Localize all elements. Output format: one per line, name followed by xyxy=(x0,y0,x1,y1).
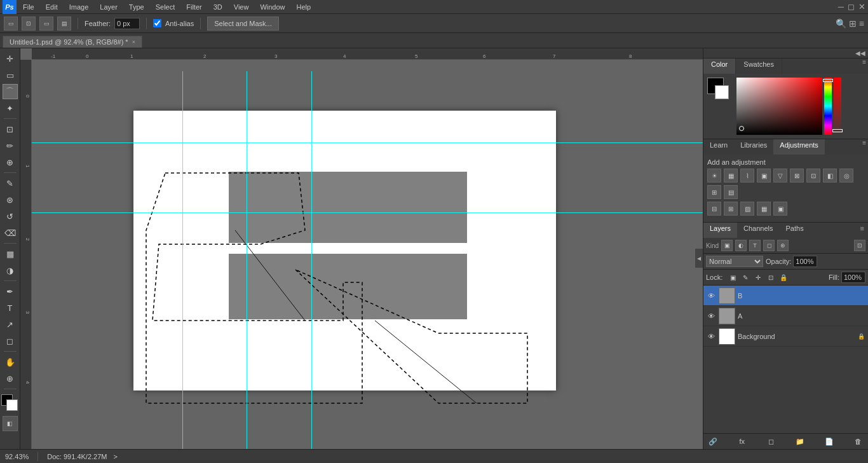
menu-filter[interactable]: Filter xyxy=(181,2,207,12)
layer-item-a[interactable]: 👁 A xyxy=(703,306,868,326)
tab-learn[interactable]: Learn xyxy=(703,139,734,155)
background-color[interactable] xyxy=(6,399,18,411)
minimize-btn[interactable]: ─ xyxy=(838,2,844,11)
hand-tool[interactable]: ✋ xyxy=(3,354,18,370)
tab-channels[interactable]: Channels xyxy=(737,223,779,238)
vibrance-adj-icon[interactable]: ▽ xyxy=(773,169,787,183)
type-tool[interactable]: T xyxy=(3,300,18,315)
layers-filter-toggle[interactable]: ⊡ xyxy=(854,240,865,251)
eyedropper-tool[interactable]: ✏ xyxy=(3,138,18,153)
marquee-tool-btn4[interactable]: ▤ xyxy=(57,17,71,31)
tab-paths[interactable]: Paths xyxy=(780,223,810,238)
menu-view[interactable]: View xyxy=(229,2,254,12)
color-spectrum[interactable] xyxy=(736,78,822,135)
workspace-icon[interactable]: ⊞ xyxy=(849,18,857,29)
color-panel-options[interactable]: ≡ xyxy=(860,59,868,74)
gradient-tool[interactable]: ▦ xyxy=(3,246,18,261)
select-mask-btn[interactable]: Select and Mask... xyxy=(207,17,279,31)
close-btn[interactable]: ✕ xyxy=(858,2,865,11)
tab-close-btn[interactable]: × xyxy=(132,39,135,45)
tab-adjustments[interactable]: Adjustments xyxy=(773,139,825,155)
menu-window[interactable]: Window xyxy=(255,2,290,12)
layer-mask-btn[interactable]: ◻ xyxy=(766,436,777,447)
bw-adj-icon[interactable]: ◧ xyxy=(823,169,837,183)
antialias-checkbox[interactable] xyxy=(153,19,161,27)
quick-mask-btn[interactable]: ◧ xyxy=(3,416,18,431)
invert-adj-icon[interactable]: ⊟ xyxy=(707,202,721,216)
new-layer-btn[interactable]: 📄 xyxy=(824,436,835,447)
layers-panel-options[interactable]: ≡ xyxy=(857,223,868,238)
crop-tool[interactable]: ⊡ xyxy=(3,121,18,137)
brush-tool[interactable]: ✎ xyxy=(3,176,18,191)
dodge-tool[interactable]: ◑ xyxy=(3,263,18,278)
lock-position-btn[interactable]: ✛ xyxy=(753,272,763,282)
new-group-btn[interactable]: 📁 xyxy=(794,436,806,447)
fg-bg-selector[interactable] xyxy=(707,78,733,103)
lock-all-btn[interactable]: 🔒 xyxy=(778,272,789,282)
menu-type[interactable]: Type xyxy=(124,2,149,12)
tab-layers[interactable]: Layers xyxy=(703,223,737,238)
shape-tool[interactable]: ◻ xyxy=(3,333,18,349)
pen-tool[interactable]: ✒ xyxy=(3,284,18,299)
lock-transparent-btn[interactable]: ▣ xyxy=(728,272,738,282)
curves-adj-icon[interactable]: ⌇ xyxy=(740,169,754,183)
arrange-icon[interactable]: ≡ xyxy=(859,18,864,29)
hue-slider[interactable] xyxy=(824,78,832,135)
path-select-tool[interactable]: ↗ xyxy=(3,317,18,332)
blend-mode-select[interactable]: Normal Multiply Screen xyxy=(706,256,763,267)
filter-smart-btn[interactable]: ⊛ xyxy=(777,240,789,251)
document-tab[interactable]: Untitled-1.psd @ 92.4% (B, RGB/8#) * × xyxy=(3,36,142,48)
channel-mixer-adj-icon[interactable]: ⊞ xyxy=(707,185,721,199)
selective-color-adj-icon[interactable]: ▣ xyxy=(773,202,787,216)
eraser-tool[interactable]: ⌫ xyxy=(3,225,18,240)
filter-type-btn[interactable]: T xyxy=(749,240,761,251)
marquee-tool-btn2[interactable]: ⊡ xyxy=(22,17,36,31)
tab-swatches[interactable]: Swatches xyxy=(736,59,782,74)
menu-edit[interactable]: Edit xyxy=(41,2,63,12)
delete-layer-btn[interactable]: 🗑 xyxy=(853,436,864,447)
menu-help[interactable]: Help xyxy=(292,2,316,12)
menu-select[interactable]: Select xyxy=(151,2,180,12)
marquee-tool-btn3[interactable]: ▭ xyxy=(39,17,53,31)
layer-visibility-btn-bg[interactable]: 👁 xyxy=(706,331,716,342)
lock-artboard-btn[interactable]: ⊡ xyxy=(766,272,776,282)
move-tool[interactable]: ✛ xyxy=(3,51,18,66)
brightness-adj-icon[interactable]: ☀ xyxy=(707,169,721,183)
marquee-tool-btn1[interactable]: ▭ xyxy=(4,17,18,31)
clone-tool[interactable]: ⊛ xyxy=(3,192,18,207)
color-lookup-adj-icon[interactable]: ▤ xyxy=(724,185,738,199)
filter-adj-btn[interactable]: ◐ xyxy=(735,240,747,251)
restore-btn[interactable]: ◻ xyxy=(848,2,855,11)
fg-bg-color-swatch[interactable] xyxy=(1,394,19,412)
feather-input[interactable] xyxy=(114,18,140,29)
panel-collapse-btn[interactable]: ◀◀ xyxy=(855,50,865,57)
link-layers-btn[interactable]: 🔗 xyxy=(707,436,719,447)
lock-image-btn[interactable]: ✎ xyxy=(740,272,750,282)
adj-panel-options[interactable]: ≡ xyxy=(860,139,868,155)
healing-tool[interactable]: ⊕ xyxy=(3,155,18,170)
layer-visibility-btn-a[interactable]: 👁 xyxy=(706,311,716,321)
gradient-map-adj-icon[interactable]: ▦ xyxy=(757,202,771,216)
tab-libraries[interactable]: Libraries xyxy=(734,139,773,155)
lasso-tool[interactable]: ⌒ xyxy=(3,84,18,99)
filter-shape-btn[interactable]: ◻ xyxy=(763,240,775,251)
magic-wand-tool[interactable]: ✦ xyxy=(3,100,18,116)
exposure-adj-icon[interactable]: ▣ xyxy=(757,169,771,183)
menu-image[interactable]: Image xyxy=(64,2,94,12)
search-icon[interactable]: 🔍 xyxy=(836,18,846,29)
layer-style-btn[interactable]: fx xyxy=(736,436,748,447)
zoom-tool[interactable]: ⊕ xyxy=(3,371,18,386)
menu-layer[interactable]: Layer xyxy=(95,2,123,12)
panel-collapse-arrow[interactable]: ◀ xyxy=(695,249,703,268)
threshold-adj-icon[interactable]: ▨ xyxy=(740,202,754,216)
tab-color[interactable]: Color xyxy=(703,59,736,74)
levels-adj-icon[interactable]: ▦ xyxy=(724,169,738,183)
bg-color-swatch[interactable] xyxy=(715,85,729,99)
photo-filter-adj-icon[interactable]: ◎ xyxy=(839,169,853,183)
menu-file[interactable]: File xyxy=(18,2,39,12)
history-brush-tool[interactable]: ↺ xyxy=(3,209,18,224)
marquee-tool[interactable]: ▭ xyxy=(3,67,18,83)
filter-pixel-btn[interactable]: ▣ xyxy=(721,240,733,251)
layer-item-b[interactable]: 👁 B xyxy=(703,286,868,306)
opacity-slider[interactable] xyxy=(834,78,841,135)
